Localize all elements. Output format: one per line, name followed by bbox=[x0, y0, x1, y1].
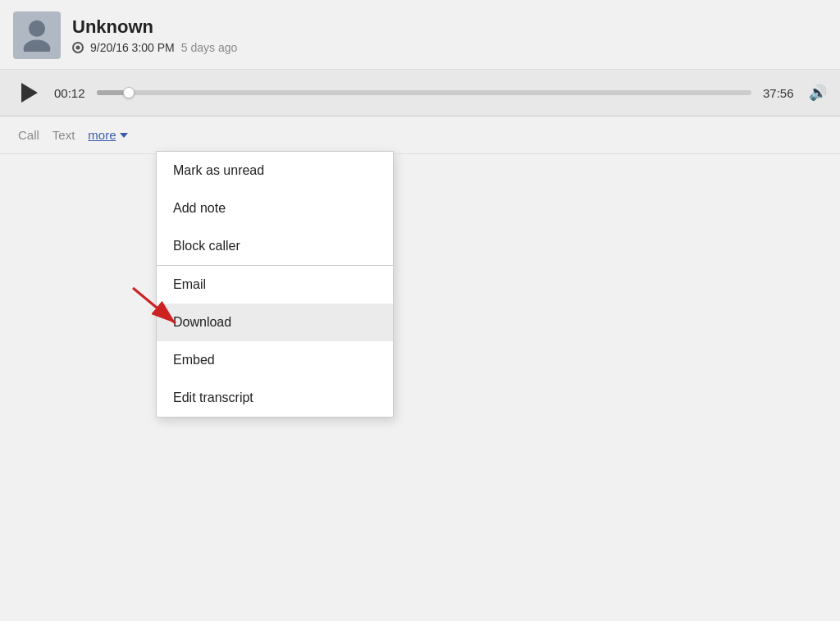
download-item[interactable]: Download bbox=[157, 304, 393, 341]
avatar bbox=[13, 11, 61, 59]
dropdown-group-1: Mark as unread Add note Block caller bbox=[157, 152, 393, 266]
svg-point-0 bbox=[29, 21, 45, 37]
svg-point-1 bbox=[24, 39, 51, 52]
chevron-down-icon bbox=[120, 133, 128, 138]
play-icon bbox=[21, 83, 38, 103]
progress-bar[interactable] bbox=[97, 90, 751, 95]
volume-icon[interactable]: 🔊 bbox=[809, 84, 827, 102]
embed-item[interactable]: Embed bbox=[157, 341, 393, 379]
call-ago: 5 days ago bbox=[181, 41, 238, 54]
voicemail-icon bbox=[72, 42, 84, 53]
call-datetime: 9/20/16 3:00 PM bbox=[90, 41, 175, 54]
progress-thumb bbox=[123, 87, 135, 98]
email-item[interactable]: Email bbox=[157, 266, 393, 304]
dropdown-group-2: Email Download Embed Edit transcript bbox=[157, 266, 393, 417]
edit-transcript-item[interactable]: Edit transcript bbox=[157, 379, 393, 417]
more-label: more bbox=[88, 128, 116, 142]
call-meta: 9/20/16 3:00 PM 5 days ago bbox=[72, 41, 237, 54]
header-info: Unknown 9/20/16 3:00 PM 5 days ago bbox=[72, 16, 237, 54]
main-container: Unknown 9/20/16 3:00 PM 5 days ago 00:12… bbox=[0, 0, 840, 621]
more-button[interactable]: more bbox=[83, 125, 132, 145]
action-bar: Call Text more Mark as unread Add note B… bbox=[0, 116, 840, 154]
mark-unread-item[interactable]: Mark as unread bbox=[157, 152, 393, 189]
play-button[interactable] bbox=[13, 78, 43, 107]
block-caller-item[interactable]: Block caller bbox=[157, 227, 393, 265]
text-link[interactable]: Text bbox=[48, 125, 80, 145]
call-link[interactable]: Call bbox=[13, 125, 44, 145]
dropdown-menu: Mark as unread Add note Block caller Ema… bbox=[156, 151, 394, 418]
content-area bbox=[0, 154, 840, 621]
audio-section: 00:12 37:56 🔊 bbox=[0, 70, 840, 116]
contact-name: Unknown bbox=[72, 16, 237, 38]
add-note-item[interactable]: Add note bbox=[157, 189, 393, 227]
total-time: 37:56 bbox=[763, 86, 797, 100]
header-section: Unknown 9/20/16 3:00 PM 5 days ago bbox=[0, 0, 840, 70]
person-icon bbox=[22, 19, 52, 52]
current-time: 00:12 bbox=[54, 86, 85, 100]
